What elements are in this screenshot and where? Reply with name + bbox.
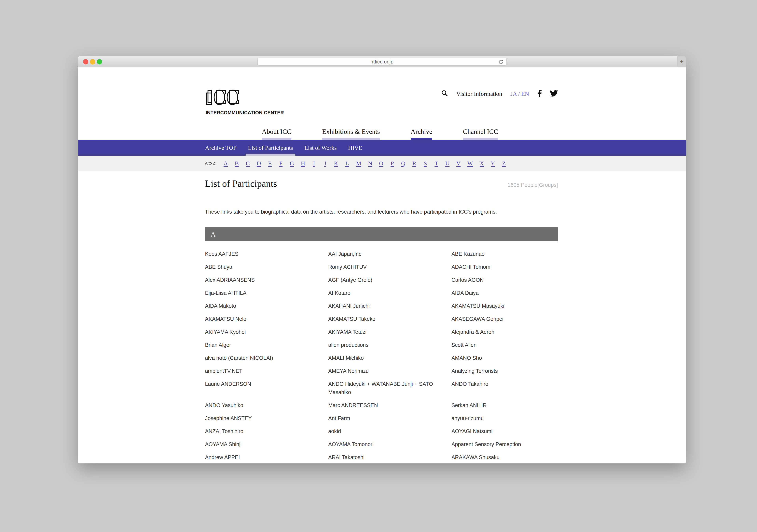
az-letter-p[interactable]: P: [390, 160, 394, 167]
az-letter-h[interactable]: H: [301, 160, 305, 167]
new-tab-button[interactable]: +: [677, 56, 686, 67]
participant-name[interactable]: Romy ACHITUV: [328, 263, 451, 271]
participant-name[interactable]: AKIYAMA Kyohei: [205, 328, 328, 336]
az-letter-d[interactable]: D: [257, 160, 261, 167]
az-letter-j[interactable]: J: [323, 160, 327, 167]
az-letter-o[interactable]: O: [379, 160, 383, 167]
subnav-hive[interactable]: HIVE: [348, 140, 362, 156]
participant-name[interactable]: Marc ANDREESSEN: [328, 401, 451, 409]
az-letter-v[interactable]: V: [456, 160, 461, 167]
participant-name[interactable]: ANDO Hideyuki + WATANABE Junji + SATO Ma…: [328, 380, 451, 397]
participant-name[interactable]: ARAKAWA Shusaku: [451, 453, 558, 461]
participant-name[interactable]: AKAMATSU Nelo: [205, 315, 328, 323]
zoom-window-button[interactable]: [97, 59, 102, 64]
participant-name[interactable]: Laurie ANDERSON: [205, 380, 328, 388]
az-letter-m[interactable]: M: [356, 160, 361, 167]
header-divider: [78, 196, 686, 196]
participant-name[interactable]: AGF (Antye Greie): [328, 276, 451, 284]
az-letter-b[interactable]: B: [235, 160, 239, 167]
participant-name[interactable]: ambientTV.NET: [205, 367, 328, 375]
participant-name[interactable]: ABE Kazunao: [451, 250, 558, 258]
az-letter-y[interactable]: Y: [491, 160, 495, 167]
search-icon[interactable]: [441, 90, 448, 98]
participant-name[interactable]: AKASEGAWA Genpei: [451, 315, 558, 323]
participant-name[interactable]: AAI Japan,Inc: [328, 250, 451, 258]
language-switch-link[interactable]: JA / EN: [510, 90, 529, 97]
participant-name[interactable]: AOYAMA Tomonori: [328, 440, 451, 449]
az-letter-e[interactable]: E: [268, 160, 272, 167]
visitor-information-link[interactable]: Visitor Information: [456, 90, 502, 97]
tab-archive[interactable]: Archive: [406, 128, 438, 140]
participant-name[interactable]: AMEYA Norimizu: [328, 367, 451, 375]
icc-logo[interactable]: [205, 89, 240, 107]
participant-name[interactable]: Eija-Liisa AHTILA: [205, 289, 328, 297]
participant-name[interactable]: Alejandra & Aeron: [451, 328, 558, 336]
participant-name[interactable]: AIDA Makoto: [205, 302, 328, 310]
tab-label: Exhibitions & Events: [322, 128, 380, 135]
participant-name[interactable]: Scott Allen: [451, 341, 558, 349]
az-letter-q[interactable]: Q: [401, 160, 406, 167]
az-letter-a[interactable]: A: [224, 160, 228, 167]
participants-grid: Kees AAFJESAAI Japan,IncABE KazunaoABE S…: [205, 250, 558, 463]
participant-name[interactable]: Analyzing Terrorists: [451, 367, 558, 375]
participant-name[interactable]: AKAHANI Junichi: [328, 302, 451, 310]
participant-name[interactable]: AOYAGI Natsumi: [451, 427, 558, 435]
participant-name[interactable]: Kees AAFJES: [205, 250, 328, 258]
subnav-archive-top[interactable]: Archive TOP: [205, 140, 237, 156]
participant-name[interactable]: Josephine ANSTEY: [205, 414, 328, 423]
facebook-icon[interactable]: [537, 89, 542, 98]
tab-channel-icc[interactable]: Channel ICC: [458, 128, 503, 140]
participant-name[interactable]: Serkan ANILIR: [451, 401, 558, 409]
participant-name[interactable]: AIDA Daiya: [451, 289, 558, 297]
az-letter-n[interactable]: N: [368, 160, 372, 167]
participant-name[interactable]: ABE Shuya: [205, 263, 328, 271]
az-letter-s[interactable]: S: [423, 160, 428, 167]
participant-name[interactable]: ADACHI Tomomi: [451, 263, 558, 271]
participant-name[interactable]: ANDO Takahiro: [451, 380, 558, 388]
az-letter-t[interactable]: T: [434, 160, 439, 167]
participant-name[interactable]: ANDO Yasuhiko: [205, 401, 328, 409]
participant-name[interactable]: Carlos AGON: [451, 276, 558, 284]
az-letter-f[interactable]: F: [279, 160, 283, 167]
participant-name[interactable]: AMALI Michiko: [328, 354, 451, 362]
az-letter-k[interactable]: K: [334, 160, 338, 167]
participant-name[interactable]: anyuu-rizumu: [451, 414, 558, 423]
participant-name[interactable]: AMANO Sho: [451, 354, 558, 362]
page-content: INTERCOMMUNICATION CENTER Visitor Inform…: [78, 67, 686, 463]
participant-name[interactable]: Brian Alger: [205, 341, 328, 349]
az-letter-w[interactable]: W: [468, 160, 473, 167]
participant-name[interactable]: AOYAMA Shinji: [205, 440, 328, 449]
reload-icon[interactable]: [498, 59, 504, 64]
participant-name[interactable]: Andrew APPEL: [205, 453, 328, 461]
participant-name[interactable]: ANZAI Toshihiro: [205, 427, 328, 435]
az-letter-z[interactable]: Z: [502, 160, 506, 167]
tab-exhibitions-events[interactable]: Exhibitions & Events: [317, 128, 385, 140]
tab-underline: [262, 138, 291, 140]
participant-name[interactable]: Ant Farm: [328, 414, 451, 423]
az-letter-g[interactable]: G: [290, 160, 294, 167]
az-letter-l[interactable]: L: [345, 160, 349, 167]
az-letter-x[interactable]: X: [480, 160, 484, 167]
address-bar[interactable]: ntticc.or.jp: [257, 58, 507, 66]
participant-name[interactable]: AKIYAMA Tetuzi: [328, 328, 451, 336]
participant-name[interactable]: ARAI Takatoshi: [328, 453, 451, 461]
subnav-list-of-participants[interactable]: List of Participants: [248, 140, 293, 156]
participant-name[interactable]: AKAMATSU Takeko: [328, 315, 451, 323]
participant-name[interactable]: AI Kotaro: [328, 289, 451, 297]
minimize-window-button[interactable]: [90, 59, 95, 64]
subnav-list-of-works[interactable]: List of Works: [304, 140, 337, 156]
az-letter-u[interactable]: U: [445, 160, 450, 167]
participant-name[interactable]: AKAMATSU Masayuki: [451, 302, 558, 310]
tab-about-icc[interactable]: About ICC: [257, 128, 296, 140]
participant-name[interactable]: alva noto (Carsten NICOLAI): [205, 354, 328, 362]
archive-subnav: Archive TOPList of ParticipantsList of W…: [78, 140, 686, 156]
participant-name[interactable]: aokid: [328, 427, 451, 435]
close-window-button[interactable]: [83, 59, 88, 64]
az-letter-c[interactable]: C: [246, 160, 250, 167]
participant-name[interactable]: Apparent Sensory Perception: [451, 440, 558, 449]
participant-name[interactable]: alien productions: [328, 341, 451, 349]
participant-name[interactable]: Alex ADRIAANSENS: [205, 276, 328, 284]
az-letter-i[interactable]: I: [312, 160, 316, 167]
az-letter-r[interactable]: R: [412, 160, 416, 167]
twitter-icon[interactable]: [550, 90, 558, 98]
